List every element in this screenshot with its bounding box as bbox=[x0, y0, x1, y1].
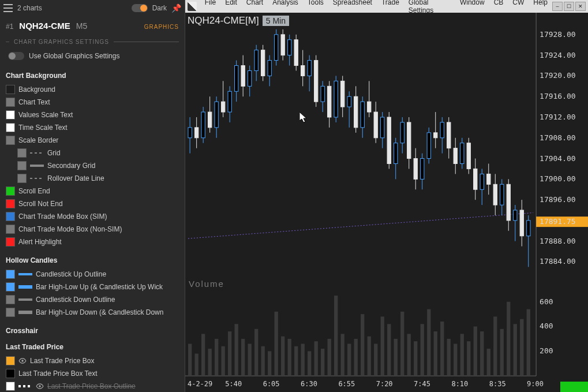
setting-row[interactable]: Chart Text bbox=[6, 96, 179, 109]
pin-icon[interactable]: 📌 bbox=[171, 3, 181, 13]
color-swatch[interactable] bbox=[17, 174, 27, 183]
svg-rect-75 bbox=[368, 102, 371, 112]
color-swatch[interactable] bbox=[6, 199, 15, 208]
svg-rect-145 bbox=[301, 344, 305, 376]
line-preview bbox=[18, 311, 32, 314]
svg-rect-167 bbox=[447, 339, 451, 376]
color-swatch[interactable] bbox=[6, 356, 15, 365]
svg-text:17920.00: 17920.00 bbox=[540, 71, 575, 80]
color-swatch[interactable] bbox=[6, 123, 15, 132]
setting-row[interactable]: Last Trade Price Box Text bbox=[6, 367, 179, 380]
svg-rect-81 bbox=[387, 117, 391, 164]
setting-row[interactable]: Last Trade Price Box bbox=[6, 354, 179, 367]
row-use-global[interactable]: Use Global Graphics Settings bbox=[0, 48, 185, 64]
svg-rect-89 bbox=[414, 159, 417, 180]
setting-row[interactable]: Scale Border bbox=[6, 134, 179, 147]
setting-row[interactable]: Candlestick Down Outline bbox=[6, 293, 179, 306]
svg-rect-173 bbox=[487, 349, 490, 376]
svg-rect-49 bbox=[281, 35, 284, 55]
setting-row[interactable]: Values Scale Text bbox=[6, 109, 179, 121]
switch-use-global[interactable] bbox=[8, 52, 24, 60]
svg-rect-73 bbox=[361, 102, 364, 128]
window-close-icon[interactable]: ✕ bbox=[575, 2, 586, 11]
color-swatch[interactable] bbox=[6, 369, 15, 378]
theme-toggle[interactable] bbox=[132, 4, 148, 12]
color-swatch[interactable] bbox=[6, 237, 15, 247]
group-hollow-candles: Hollow Candles bbox=[6, 256, 179, 264]
price-chart[interactable]: 17928.0017924.0017920.0017916.0017912.00… bbox=[185, 13, 588, 391]
setting-row[interactable]: Grid bbox=[6, 147, 179, 159]
setting-row[interactable]: Time Scale Text bbox=[6, 121, 179, 134]
svg-rect-166 bbox=[440, 322, 444, 376]
svg-rect-21 bbox=[188, 128, 192, 138]
color-swatch[interactable] bbox=[6, 85, 15, 94]
setting-label: Chart Text bbox=[18, 98, 50, 106]
setting-row[interactable]: Last Trade Price Box Outline bbox=[6, 380, 179, 392]
color-swatch[interactable] bbox=[17, 161, 27, 170]
setting-row[interactable]: Candlestick Up Outline bbox=[6, 268, 179, 281]
svg-text:7:20: 7:20 bbox=[376, 380, 393, 388]
setting-row[interactable]: Background bbox=[6, 83, 179, 96]
svg-rect-174 bbox=[493, 316, 497, 376]
svg-text:17908.00: 17908.00 bbox=[540, 133, 575, 142]
color-swatch[interactable] bbox=[6, 308, 15, 317]
sidebar-header: #1 NQH24-CME M5 GRAPHICS bbox=[0, 16, 185, 35]
setting-row[interactable]: Chart Trade Mode Box (SIM) bbox=[6, 210, 179, 223]
svg-rect-139 bbox=[261, 346, 265, 376]
setting-row[interactable]: Rollover Date Line bbox=[6, 172, 179, 185]
svg-text:8:35: 8:35 bbox=[489, 380, 506, 388]
svg-text:400: 400 bbox=[540, 322, 553, 330]
chart-symbol: NQH24-CME bbox=[19, 21, 70, 31]
group-last-traded-price: Last Traded Price bbox=[6, 343, 179, 351]
color-swatch[interactable] bbox=[6, 270, 15, 279]
svg-rect-140 bbox=[268, 351, 271, 376]
setting-label: Scale Border bbox=[18, 136, 58, 144]
mode-graphics[interactable]: GRAPHICS bbox=[144, 24, 179, 30]
setting-row[interactable]: Bar High-Low Down (& Candlestick Down bbox=[6, 306, 179, 319]
window-max-icon[interactable]: ☐ bbox=[564, 2, 574, 11]
svg-rect-142 bbox=[281, 337, 284, 376]
setting-row[interactable]: Secondary Grid bbox=[6, 159, 179, 172]
color-swatch[interactable] bbox=[6, 282, 15, 292]
color-swatch[interactable] bbox=[6, 382, 15, 391]
svg-rect-37 bbox=[241, 66, 245, 87]
line-preview bbox=[18, 285, 32, 289]
svg-rect-113 bbox=[493, 184, 497, 205]
setting-label: Last Trade Price Box Outline bbox=[47, 382, 136, 390]
setting-label: Chart Trade Mode Box (SIM) bbox=[18, 212, 107, 221]
svg-rect-29 bbox=[215, 102, 218, 128]
svg-rect-147 bbox=[314, 341, 318, 376]
svg-rect-47 bbox=[275, 35, 278, 61]
svg-rect-176 bbox=[507, 302, 510, 376]
color-swatch[interactable] bbox=[6, 186, 15, 196]
menu-icon[interactable] bbox=[3, 4, 13, 12]
setting-row[interactable]: Scroll End bbox=[6, 185, 179, 197]
color-swatch[interactable] bbox=[17, 148, 27, 158]
visibility-icon[interactable] bbox=[36, 382, 44, 390]
setting-row[interactable]: Bar High-Low Up (& Candlestick Up Wick bbox=[6, 281, 179, 293]
svg-rect-121 bbox=[520, 210, 523, 236]
window-min-icon[interactable]: – bbox=[552, 2, 563, 11]
setting-row[interactable]: Scroll Not End bbox=[6, 197, 179, 210]
section-chart-graphics: CHART GRAPHICS SETTINGS bbox=[0, 35, 185, 48]
setting-label: Last Trade Price Box Text bbox=[18, 369, 98, 378]
svg-rect-178 bbox=[520, 319, 523, 376]
color-swatch[interactable] bbox=[6, 136, 15, 145]
chart-area[interactable]: NQH24-CME[M] 5 Min 17928.0017924.0017920… bbox=[185, 13, 588, 392]
visibility-icon[interactable] bbox=[18, 357, 27, 365]
svg-rect-23 bbox=[194, 128, 198, 138]
setting-label: Last Trade Price Box bbox=[30, 357, 94, 365]
svg-rect-138 bbox=[254, 329, 258, 376]
color-swatch[interactable] bbox=[6, 212, 15, 221]
color-swatch[interactable] bbox=[6, 110, 15, 120]
line-preview bbox=[18, 273, 32, 275]
setting-row[interactable]: Alert Highlight bbox=[6, 236, 179, 248]
chart-timeframe-badge[interactable]: 5 Min bbox=[263, 16, 289, 26]
svg-rect-57 bbox=[308, 61, 311, 76]
svg-rect-77 bbox=[374, 112, 377, 138]
setting-row[interactable]: Chart Trade Mode Box (Non-SIM) bbox=[6, 223, 179, 236]
color-swatch[interactable] bbox=[6, 295, 15, 304]
color-swatch[interactable] bbox=[6, 98, 15, 107]
setting-label: Candlestick Up Outline bbox=[36, 270, 106, 278]
color-swatch[interactable] bbox=[6, 225, 15, 234]
